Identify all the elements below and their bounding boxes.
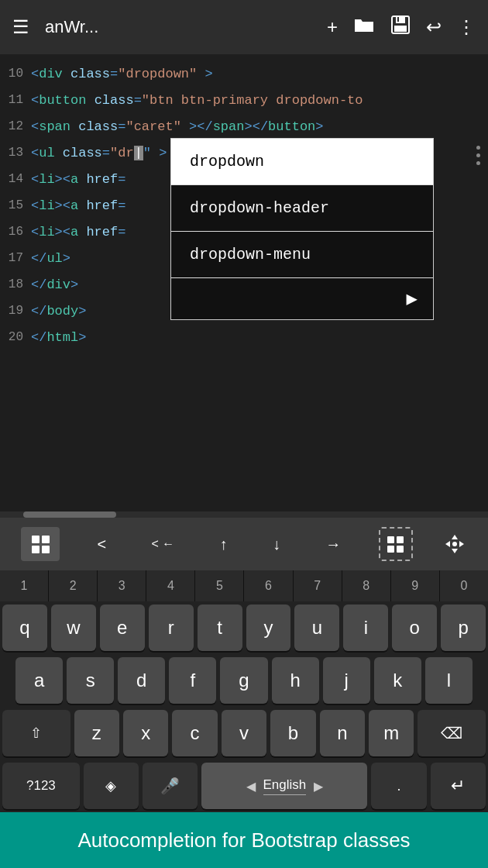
layout-icon-button[interactable]	[21, 527, 60, 561]
symbol-mode-key[interactable]: ?123	[2, 763, 80, 809]
autocomplete-item-dropdown-header[interactable]: dropdown-header	[171, 185, 433, 232]
shift-key[interactable]: ⇧	[2, 710, 70, 756]
mic-key[interactable]: 🎤	[143, 763, 198, 809]
code-line-20: 20 </html>	[0, 324, 488, 350]
key-i[interactable]: i	[343, 604, 388, 651]
num-key-2[interactable]: 2	[49, 570, 98, 601]
key-y[interactable]: y	[246, 604, 291, 651]
key-m[interactable]: m	[369, 710, 414, 756]
camera-key[interactable]: ◈	[84, 763, 139, 809]
num-key-1[interactable]: 1	[0, 570, 49, 601]
key-e[interactable]: e	[100, 604, 145, 651]
num-key-7[interactable]: 7	[294, 570, 342, 601]
key-z[interactable]: z	[74, 710, 119, 756]
move-icon-button[interactable]	[442, 532, 467, 556]
space-key[interactable]: ◀ English ▶	[201, 763, 367, 809]
grid-select-icon[interactable]	[379, 527, 413, 561]
more-icon[interactable]: ⋮	[457, 16, 476, 38]
arrow-down-button[interactable]: ↓	[265, 529, 288, 560]
key-v[interactable]: v	[222, 710, 266, 756]
key-p[interactable]: p	[441, 604, 486, 651]
num-key-6[interactable]: 6	[244, 570, 293, 601]
code-scrollbar[interactable]	[0, 512, 488, 518]
bottom-banner: Autocompletion for Bootstrap classes	[0, 812, 488, 868]
key-row-2: a s d f g h j k l	[0, 654, 488, 707]
language-switcher[interactable]: ◀ English ▶	[246, 777, 324, 795]
autocomplete-side-menu[interactable]	[476, 138, 480, 165]
key-s[interactable]: s	[67, 657, 114, 704]
code-line-12: 12 <span class="caret" ></span></button>	[0, 113, 488, 140]
back-indent-button[interactable]: < ←	[143, 531, 182, 557]
key-o[interactable]: o	[392, 604, 437, 651]
scrollbar-thumb[interactable]	[23, 512, 116, 518]
svg-point-8	[452, 542, 457, 546]
lang-right-arrow[interactable]: ▶	[314, 779, 323, 794]
key-row-bottom: ?123 ◈ 🎤 ◀ English ▶ . ↵	[0, 760, 488, 812]
autocomplete-popup: dropdown dropdown-header dropdown-menu ▶	[170, 138, 434, 320]
key-f[interactable]: f	[169, 657, 216, 704]
lang-left-arrow[interactable]: ◀	[246, 779, 256, 794]
symbol-bar: < < ← ↑ ↓ →	[0, 518, 488, 570]
key-j[interactable]: j	[323, 657, 370, 704]
svg-marker-4	[452, 535, 458, 539]
num-key-9[interactable]: 9	[391, 570, 440, 601]
number-row: 1 2 3 4 5 6 7 8 9 0	[0, 570, 488, 601]
less-than-button[interactable]: <	[89, 529, 114, 560]
key-g[interactable]: g	[220, 657, 267, 704]
code-line-11: 11 <button class="btn btn-primary dropdo…	[0, 87, 488, 113]
autocomplete-more-arrow[interactable]: ▶	[171, 278, 433, 319]
dot-3	[476, 161, 480, 165]
key-x[interactable]: x	[123, 710, 168, 756]
enter-key[interactable]: ↵	[431, 763, 486, 809]
keyboard: 1 2 3 4 5 6 7 8 9 0 q w e r t y u i o p …	[0, 570, 488, 812]
svg-marker-5	[452, 549, 458, 553]
menu-icon[interactable]: ☰	[12, 16, 29, 38]
period-key[interactable]: .	[371, 763, 426, 809]
key-row-1: q w e r t y u i o p	[0, 601, 488, 654]
num-key-0[interactable]: 0	[440, 570, 488, 601]
undo-icon[interactable]: ↩	[426, 16, 442, 38]
key-r[interactable]: r	[149, 604, 194, 651]
key-n[interactable]: n	[320, 710, 365, 756]
key-a[interactable]: a	[15, 657, 63, 704]
num-key-4[interactable]: 4	[146, 570, 195, 601]
save-icon[interactable]	[390, 15, 411, 40]
key-b[interactable]: b	[270, 710, 315, 756]
arrow-up-button[interactable]: ↑	[212, 529, 235, 560]
arrow-right-button[interactable]: →	[318, 529, 349, 560]
arrow-right-icon: ▶	[407, 288, 418, 310]
dot-1	[476, 146, 480, 150]
add-icon[interactable]: +	[327, 16, 338, 38]
key-q[interactable]: q	[2, 604, 47, 651]
autocomplete-item-dropdown-menu[interactable]: dropdown-menu	[171, 232, 433, 278]
toolbar: ☰ anWr... + ↩ ⋮	[0, 0, 488, 54]
folder-icon[interactable]	[353, 16, 375, 38]
dot-2	[476, 153, 480, 157]
svg-rect-2	[394, 26, 407, 32]
code-line-10: 10 <div class="dropdown" >	[0, 60, 488, 87]
svg-rect-1	[396, 16, 405, 23]
language-label: English	[263, 777, 307, 795]
num-key-8[interactable]: 8	[342, 570, 391, 601]
key-l[interactable]: l	[425, 657, 473, 704]
code-editor[interactable]: 10 <div class="dropdown" > 11 <button cl…	[0, 54, 488, 512]
key-k[interactable]: k	[374, 657, 421, 704]
num-key-3[interactable]: 3	[98, 570, 146, 601]
key-w[interactable]: w	[51, 604, 96, 651]
num-key-5[interactable]: 5	[195, 570, 244, 601]
key-d[interactable]: d	[118, 657, 165, 704]
key-h[interactable]: h	[272, 657, 319, 704]
key-u[interactable]: u	[294, 604, 339, 651]
svg-marker-6	[445, 541, 450, 547]
svg-rect-3	[397, 17, 399, 22]
app-title: anWr...	[45, 17, 311, 37]
key-c[interactable]: c	[172, 710, 217, 756]
key-row-3: ⇧ z x c v b n m ⌫	[0, 707, 488, 760]
bottom-banner-text: Autocompletion for Bootstrap classes	[77, 828, 410, 852]
key-t[interactable]: t	[198, 604, 242, 651]
backspace-key[interactable]: ⌫	[418, 710, 486, 756]
svg-marker-7	[459, 541, 464, 547]
autocomplete-item-dropdown[interactable]: dropdown	[171, 139, 433, 185]
